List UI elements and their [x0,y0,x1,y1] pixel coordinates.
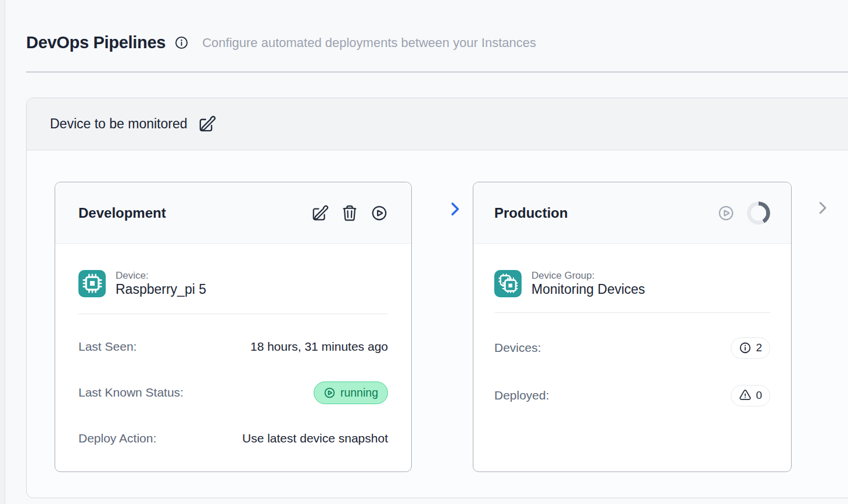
card-divider [78,314,388,314]
header-divider [26,71,848,73]
page-title: DevOps Pipelines [26,33,166,52]
edit-stage-button[interactable] [311,204,329,222]
deploy-action-row: Deploy Action: Use latest device snapsho… [78,425,388,452]
production-title: Production [494,205,717,221]
deploy-action-label: Deploy Action: [78,431,156,445]
development-title: Development [78,205,311,221]
device-group-name: Monitoring Devices [531,282,645,297]
development-details: Last Seen: 18 hours, 31 minutes ago Last… [78,333,388,452]
development-card-header: Development [55,182,411,244]
device-label: Device: [116,269,206,282]
deployed-row: Deployed: 0 [494,382,770,409]
device-group-info: Device Group: Monitoring Devices [531,269,645,297]
delete-stage-button[interactable] [341,204,358,222]
deployed-count-badge[interactable]: 0 [731,385,770,406]
warning-triangle-icon [739,389,752,402]
deployed-label: Deployed: [494,388,549,402]
run-stage-button-disabled[interactable] [717,204,735,222]
cpu-chip-icon [78,270,106,297]
device-row: Device: Raspberry_pi 5 [78,269,388,297]
trash-icon [341,204,358,222]
card-divider [494,312,770,313]
page-header: DevOps Pipelines Configure automated dep… [26,33,536,52]
pipeline-panel-header: Device to be monitored [27,98,848,150]
devices-label: Devices: [494,341,541,355]
next-stage-chevron-icon[interactable] [814,199,831,217]
edit-icon [311,204,329,222]
device-name: Raspberry_pi 5 [116,282,206,297]
status-row: Last Known Status: running [78,379,388,406]
play-icon [717,204,735,222]
play-icon [371,204,388,222]
devices-count: 2 [756,341,762,354]
info-circle-icon [739,341,752,354]
production-actions [717,201,770,225]
development-card-body: Device: Raspberry_pi 5 Last Seen: 18 hou… [55,269,411,452]
device-info: Device: Raspberry_pi 5 [116,269,206,297]
last-seen-label: Last Seen: [78,340,136,354]
deploy-action-value: Use latest device snapshot [242,431,388,445]
left-edge-divider [0,0,5,504]
last-seen-row: Last Seen: 18 hours, 31 minutes ago [78,333,388,360]
pipeline-panel: Device to be monitored Development [26,98,848,498]
development-actions [311,204,388,222]
run-stage-button[interactable] [371,204,388,222]
status-value: running [340,386,378,399]
edit-icon [198,115,216,133]
development-stage-card: Development [55,182,412,472]
deployed-count: 0 [756,389,762,402]
pipeline-title: Device to be monitored [50,116,188,132]
page-subtitle: Configure automated deployments between … [202,35,536,51]
last-seen-value: 18 hours, 31 minutes ago [250,340,388,354]
device-group-label: Device Group: [531,269,645,282]
production-details: Devices: 2 Deployed: [494,334,770,409]
device-group-row: Device Group: Monitoring Devices [494,269,770,297]
status-badge: running [314,381,388,404]
info-icon[interactable] [174,35,189,50]
devices-row: Devices: 2 [494,334,770,361]
status-label: Last Known Status: [78,386,184,399]
loading-spinner [747,201,770,225]
production-card-header: Production [473,182,791,244]
devices-count-badge[interactable]: 2 [731,337,770,359]
production-card-body: Device Group: Monitoring Devices Devices… [473,269,791,409]
edit-pipeline-button[interactable] [198,115,216,133]
play-circle-icon [324,387,336,399]
device-group-icon [494,270,522,297]
pipeline-flow-arrow-icon [445,200,464,218]
production-stage-card: Production [473,182,792,472]
